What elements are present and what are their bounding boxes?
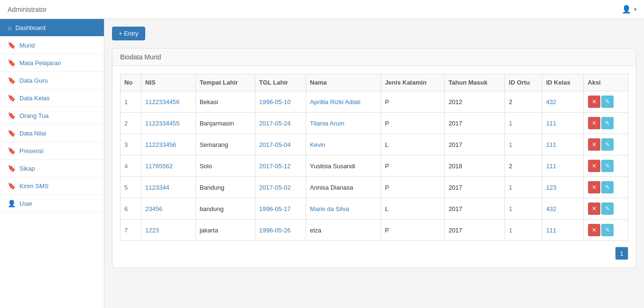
cell-nama: elza (306, 220, 381, 241)
sidebar-label-user: User (19, 200, 32, 207)
cell-tgl_lahir[interactable]: 1996-05-26 (255, 220, 306, 241)
edit-button[interactable]: ✎ (601, 138, 614, 151)
cell-id_kelas[interactable]: 432 (542, 198, 584, 220)
cell-id_ortu[interactable]: 1 (505, 198, 542, 220)
sidebar-item-data-kelas[interactable]: 🔖Data Kelas (0, 89, 104, 107)
topbar-user[interactable]: 👤 ▾ (622, 5, 636, 14)
cell-nama[interactable]: Titania Arum (306, 113, 381, 134)
cell-no[interactable]: 1 (121, 91, 141, 113)
edit-button[interactable]: ✎ (601, 202, 614, 215)
sidebar-item-dashboard[interactable]: ⌂Dashboard (0, 19, 104, 37)
cell-tgl_lahir[interactable]: 2017-05-24 (255, 113, 306, 134)
cell-no[interactable]: 5 (121, 177, 141, 198)
page-1-button[interactable]: 1 (615, 247, 628, 260)
cell-tempat_lahir: bandung (196, 198, 255, 220)
cell-no[interactable]: 4 (121, 155, 141, 177)
sidebar-icon-kirim-sms: 🔖 (8, 182, 16, 190)
col-header-id-ortu: ID Ortu (505, 74, 542, 91)
table-row: 51123344Bandung2017-05-02Annisa DianasaP… (121, 177, 628, 198)
delete-button[interactable]: ✕ (588, 138, 600, 151)
cell-action: ✕✎ (584, 220, 628, 241)
sidebar-label-sikap: Sikap (19, 165, 35, 172)
sidebar-item-mata-pelajaran[interactable]: 🔖Mata Pelajaran (0, 54, 104, 72)
cell-nis[interactable]: 11765562 (141, 155, 196, 177)
cell-action: ✕✎ (584, 113, 628, 134)
cell-no[interactable]: 3 (121, 134, 141, 155)
cell-id_ortu[interactable]: 1 (505, 113, 542, 134)
delete-button[interactable]: ✕ (588, 181, 600, 193)
sidebar-item-user[interactable]: 👤User (0, 195, 104, 212)
cell-tempat_lahir: jakarta (196, 220, 255, 241)
sidebar-item-sikap[interactable]: 🔖Sikap (0, 160, 104, 177)
sidebar-item-murid[interactable]: 🔖Murid (0, 37, 104, 54)
cell-nis[interactable]: 112233456 (141, 134, 196, 155)
edit-button[interactable]: ✎ (601, 160, 614, 172)
delete-button[interactable]: ✕ (588, 224, 600, 236)
cell-tgl_lahir[interactable]: 2017-05-04 (255, 134, 306, 155)
sidebar-icon-sikap: 🔖 (8, 164, 16, 172)
cell-id_kelas[interactable]: 123 (542, 177, 584, 198)
sidebar-item-data-guru[interactable]: 🔖Data Guru (0, 72, 104, 89)
cell-id_kelas[interactable]: 111 (542, 113, 584, 134)
cell-no[interactable]: 7 (121, 220, 141, 241)
sidebar-icon-dashboard: ⌂ (8, 24, 11, 31)
cell-id_ortu: 2 (505, 91, 542, 113)
cell-id_ortu: 2 (505, 155, 542, 177)
cell-no[interactable]: 2 (121, 113, 141, 134)
delete-button[interactable]: ✕ (588, 117, 600, 129)
sidebar-item-kirim-sms[interactable]: 🔖Kirim SMS (0, 177, 104, 195)
sidebar-item-data-nilai[interactable]: 🔖Data Nilai (0, 125, 104, 142)
topbar-title: Administrator (8, 6, 47, 13)
cell-action: ✕✎ (584, 177, 628, 198)
cell-nama[interactable]: Aprillia Rizki Adiati (306, 91, 381, 113)
delete-button[interactable]: ✕ (588, 202, 600, 215)
cell-jenis_kelamin: P (381, 113, 445, 134)
edit-button[interactable]: ✎ (601, 96, 614, 108)
cell-jenis_kelamin: L (381, 134, 445, 155)
cell-tgl_lahir[interactable]: 2017-05-12 (255, 155, 306, 177)
cell-action: ✕✎ (584, 198, 628, 220)
sidebar-icon-user: 👤 (8, 200, 16, 207)
cell-id_ortu[interactable]: 1 (505, 134, 542, 155)
cell-tgl_lahir[interactable]: 1996-05-17 (255, 198, 306, 220)
sidebar-label-orang-tua: Orang Tua (19, 112, 48, 119)
col-header-no: No (121, 74, 141, 91)
cell-nis[interactable]: 1122334455 (141, 113, 196, 134)
col-header-id-kelas: ID Kelas (542, 74, 584, 91)
cell-tgl_lahir[interactable]: 1996-05-10 (255, 91, 306, 113)
topbar: Administrator 👤 ▾ (0, 0, 644, 19)
cell-nis[interactable]: 1122334456 (141, 91, 196, 113)
cell-no[interactable]: 6 (121, 198, 141, 220)
col-header-tahun-masuk: Tahun Masuk (445, 74, 505, 91)
edit-button[interactable]: ✎ (601, 224, 614, 236)
delete-button[interactable]: ✕ (588, 96, 600, 108)
col-header-tgl-lahir: TGL Lahir (255, 74, 306, 91)
cell-nama[interactable]: Kevin (306, 134, 381, 155)
cell-tempat_lahir: Solo (196, 155, 255, 177)
cell-id_kelas[interactable]: 111 (542, 155, 584, 177)
col-header-jenis-kalamin: Jenis Kalamin (381, 74, 445, 91)
table-row: 21122334455Banjarmasin2017-05-24Titania … (121, 113, 628, 134)
cell-id_kelas[interactable]: 432 (542, 91, 584, 113)
entry-button[interactable]: + Entry (112, 27, 145, 40)
cell-id_kelas[interactable]: 111 (542, 134, 584, 155)
col-header-nama: Nama (306, 74, 381, 91)
cell-tahun_masuk: 2017 (445, 113, 505, 134)
edit-button[interactable]: ✎ (601, 181, 614, 193)
cell-nis[interactable]: 1123344 (141, 177, 196, 198)
delete-button[interactable]: ✕ (588, 160, 600, 172)
cell-nis[interactable]: 23456 (141, 198, 196, 220)
cell-tempat_lahir: Semarang (196, 134, 255, 155)
sidebar-item-presensi[interactable]: 🔖Presensi (0, 142, 104, 160)
sidebar-label-mata-pelajaran: Mata Pelajaran (19, 59, 61, 67)
table-row: 71223jakarta1996-05-26elzaP20171111✕✎ (121, 220, 628, 241)
cell-nama[interactable]: Mario da Silva (306, 198, 381, 220)
edit-button[interactable]: ✎ (601, 117, 614, 129)
cell-tgl_lahir[interactable]: 2017-05-02 (255, 177, 306, 198)
cell-id_ortu[interactable]: 1 (505, 220, 542, 241)
cell-id_ortu[interactable]: 1 (505, 177, 542, 198)
cell-nis[interactable]: 1223 (141, 220, 196, 241)
cell-id_kelas[interactable]: 111 (542, 220, 584, 241)
sidebar-item-orang-tua[interactable]: 🔖Orang Tua (0, 107, 104, 125)
sidebar-icon-data-nilai: 🔖 (8, 129, 16, 137)
